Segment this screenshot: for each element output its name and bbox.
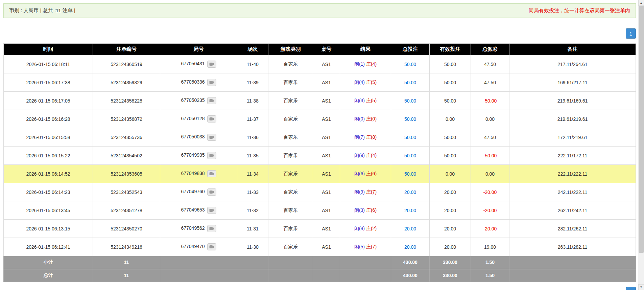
col-bet-id: 注单编号	[93, 44, 160, 55]
bet-id-cell: 523124352543	[93, 183, 160, 201]
table-number: AS1	[322, 153, 331, 158]
bet-id: 523124355736	[111, 135, 142, 140]
remark: 263.11/282.11	[558, 244, 587, 250]
valid-bet: 50.00	[444, 62, 456, 67]
total-bet-link[interactable]: 20.00	[404, 189, 416, 195]
replay-video-icon[interactable]	[207, 97, 216, 104]
total-bet-link[interactable]: 50.00	[404, 116, 416, 122]
game-type-cell: 百家乐	[268, 165, 313, 183]
bet-id: 523124353605	[111, 171, 142, 177]
page-button-1[interactable]: 1	[626, 28, 636, 39]
player-result: 闲(5)	[354, 244, 365, 249]
subtotal-label: 小计	[4, 256, 93, 269]
round-cell: 677050038	[160, 128, 237, 147]
player-result: 闲(1)	[354, 61, 365, 67]
bet-time-cell: 2026-01-15 06:14:52	[4, 165, 93, 183]
session-cell: 11-31	[237, 220, 268, 238]
total-bet-link[interactable]: 50.00	[404, 153, 416, 158]
remark-cell: 282.11/262.11	[509, 220, 636, 238]
round-number: 677049653	[181, 207, 205, 213]
total-bet-cell: 50.00	[391, 165, 430, 183]
round-number: 677050038	[181, 134, 205, 139]
game-type-cell: 百家乐	[268, 238, 313, 256]
total-label: 总计	[4, 269, 93, 282]
table-row: 2026-01-15 06:13:45523124351278677049653…	[4, 201, 636, 220]
table-number: AS1	[322, 244, 331, 250]
total-bet-link[interactable]: 50.00	[404, 62, 416, 67]
game-type: 百家乐	[284, 98, 298, 103]
round-number: 677049838	[181, 171, 205, 176]
replay-video-icon[interactable]	[207, 225, 216, 232]
remark: 282.11/262.11	[558, 226, 587, 231]
round-number: 677049562	[181, 225, 205, 231]
total-bet-link[interactable]: 50.00	[404, 80, 416, 85]
banker-result: 庄(5)	[366, 80, 377, 85]
payout-value: 0.00	[485, 116, 495, 122]
remark: 242.11/222.11	[558, 189, 587, 195]
total-payout: 1.50	[471, 269, 509, 282]
result-cell: 闲(9) 庄(4)	[340, 147, 391, 165]
payout-value: 0.00	[485, 171, 495, 177]
replay-video-icon[interactable]	[207, 134, 216, 141]
bet-id: 523124359329	[111, 80, 142, 85]
scrollbar-down-arrow-icon[interactable]: ▼	[638, 284, 644, 290]
total-total-bet: 430.00	[391, 269, 430, 282]
replay-video-icon[interactable]	[207, 115, 216, 122]
table-number: AS1	[322, 208, 331, 213]
banker-result: 庄(4)	[366, 153, 377, 158]
valid-bet-cell: 50.00	[430, 92, 471, 110]
remark: 219.61/169.61	[557, 98, 588, 104]
replay-video-icon[interactable]	[207, 188, 216, 196]
payout-cell: 47.50	[471, 128, 509, 147]
bet-time-cell: 2026-01-15 06:12:41	[4, 238, 93, 256]
bet-time-cell: 2026-01-15 06:14:23	[4, 183, 93, 201]
subtotal-payout: 1.50	[471, 256, 509, 269]
payout-cell: -50.00	[471, 147, 509, 165]
scrollbar-thumb[interactable]	[639, 6, 644, 253]
replay-video-icon[interactable]	[207, 152, 216, 159]
bet-id: 523124360519	[111, 62, 142, 67]
page-button-1-bottom[interactable]: 1	[626, 287, 636, 290]
col-game-type: 游戏类别	[268, 44, 313, 55]
col-result: 结果	[340, 44, 391, 55]
replay-video-icon[interactable]	[207, 170, 216, 177]
total-bet-link[interactable]: 50.00	[404, 135, 416, 140]
table-row: 2026-01-15 06:18:11523124360519677050431…	[4, 55, 636, 73]
payout-value: 47.50	[484, 62, 496, 67]
vertical-scrollbar[interactable]: ▲ ▼	[638, 0, 644, 290]
total-bet-link[interactable]: 50.00	[404, 171, 416, 177]
valid-bet-cell: 20.00	[430, 201, 471, 220]
table-number-cell: AS1	[313, 220, 340, 238]
replay-video-icon[interactable]	[207, 207, 216, 214]
total-bet-link[interactable]: 50.00	[404, 98, 416, 104]
bet-time: 2026-01-15 06:12:41	[26, 244, 70, 250]
result-cell: 闲(9) 庄(7)	[340, 183, 391, 201]
replay-video-icon[interactable]	[207, 79, 216, 86]
table-number-cell: AS1	[313, 92, 340, 110]
total-bet-link[interactable]: 20.00	[404, 244, 416, 250]
replay-video-icon[interactable]	[207, 61, 216, 68]
bet-time: 2026-01-15 06:15:58	[26, 135, 70, 140]
total-bet-link[interactable]: 20.00	[404, 208, 416, 213]
session: 11-30	[247, 244, 259, 250]
bet-time: 2026-01-15 06:17:38	[26, 80, 70, 85]
footer-empty-cell	[340, 269, 391, 282]
total-bet-link[interactable]: 20.00	[404, 226, 416, 231]
payout-cell: 47.50	[471, 73, 509, 92]
round-number: 677050235	[181, 97, 205, 103]
valid-bet: 50.00	[444, 135, 456, 140]
player-result: 闲(8)	[354, 226, 365, 231]
replay-video-icon[interactable]	[207, 243, 216, 250]
bet-id-cell: 523124356872	[93, 110, 160, 128]
table-row: 2026-01-15 06:17:05523124358228677050235…	[4, 92, 636, 110]
col-payout: 总派彩	[471, 44, 509, 55]
remark: 262.11/242.11	[558, 208, 587, 213]
total-bet-cell: 50.00	[391, 92, 430, 110]
table-number-cell: AS1	[313, 55, 340, 73]
session-cell: 11-30	[237, 238, 268, 256]
game-type: 百家乐	[284, 171, 298, 176]
scrollbar-up-arrow-icon[interactable]: ▲	[638, 0, 644, 6]
footer-empty-cell	[313, 256, 340, 269]
bet-time-cell: 2026-01-15 06:13:45	[4, 201, 93, 220]
table-number-cell: AS1	[313, 73, 340, 92]
